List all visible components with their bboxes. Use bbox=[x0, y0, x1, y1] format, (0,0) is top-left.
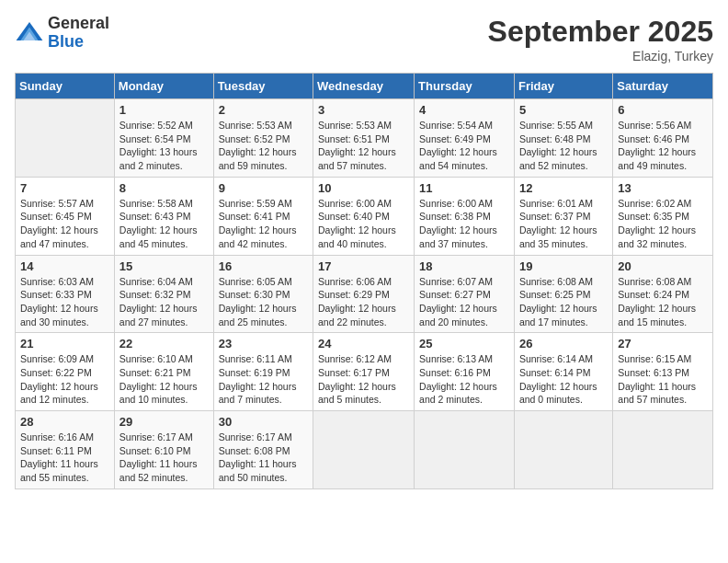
calendar-cell bbox=[313, 411, 415, 489]
logo-blue-text: Blue bbox=[48, 33, 109, 52]
logo-text: General Blue bbox=[48, 15, 109, 52]
day-number: 24 bbox=[318, 337, 409, 350]
calendar-cell: 20Sunrise: 6:08 AMSunset: 6:24 PMDayligh… bbox=[613, 255, 713, 333]
calendar-cell: 27Sunrise: 6:15 AMSunset: 6:13 PMDayligh… bbox=[613, 333, 713, 411]
day-info: Sunrise: 5:55 AMSunset: 6:48 PMDaylight:… bbox=[519, 119, 608, 173]
calendar-cell: 30Sunrise: 6:17 AMSunset: 6:08 PMDayligh… bbox=[213, 411, 313, 489]
day-info: Sunrise: 6:12 AMSunset: 6:17 PMDaylight:… bbox=[318, 352, 409, 407]
calendar-cell: 23Sunrise: 6:11 AMSunset: 6:19 PMDayligh… bbox=[213, 333, 313, 411]
calendar-cell: 3Sunrise: 5:53 AMSunset: 6:51 PMDaylight… bbox=[313, 99, 415, 178]
day-number: 6 bbox=[618, 103, 708, 117]
logo-icon bbox=[15, 18, 44, 48]
day-info: Sunrise: 6:09 AMSunset: 6:22 PMDaylight:… bbox=[20, 352, 109, 407]
header-row: SundayMondayTuesdayWednesdayThursdayFrid… bbox=[16, 74, 713, 99]
calendar-cell: 18Sunrise: 6:07 AMSunset: 6:27 PMDayligh… bbox=[415, 255, 515, 333]
calendar-week-4: 21Sunrise: 6:09 AMSunset: 6:22 PMDayligh… bbox=[16, 333, 713, 411]
calendar-cell: 8Sunrise: 5:58 AMSunset: 6:43 PMDaylight… bbox=[114, 177, 213, 255]
header-day-saturday: Saturday bbox=[613, 74, 713, 99]
day-number: 15 bbox=[119, 259, 209, 273]
day-number: 7 bbox=[20, 181, 109, 195]
calendar-cell: 21Sunrise: 6:09 AMSunset: 6:22 PMDayligh… bbox=[16, 333, 115, 411]
day-info: Sunrise: 5:54 AMSunset: 6:49 PMDaylight:… bbox=[419, 119, 509, 173]
calendar-cell bbox=[415, 411, 515, 489]
day-number: 5 bbox=[519, 103, 608, 117]
day-number: 30 bbox=[219, 415, 308, 429]
day-number: 4 bbox=[419, 103, 509, 117]
header-day-monday: Monday bbox=[114, 74, 213, 99]
day-number: 8 bbox=[119, 181, 209, 195]
calendar-cell: 5Sunrise: 5:55 AMSunset: 6:48 PMDaylight… bbox=[514, 99, 612, 178]
header-day-tuesday: Tuesday bbox=[213, 74, 313, 99]
day-info: Sunrise: 6:17 AMSunset: 6:08 PMDaylight:… bbox=[219, 431, 308, 485]
day-number: 23 bbox=[219, 337, 308, 350]
day-number: 16 bbox=[219, 259, 308, 273]
day-number: 29 bbox=[119, 415, 209, 429]
calendar-cell: 4Sunrise: 5:54 AMSunset: 6:49 PMDaylight… bbox=[415, 99, 515, 178]
header-day-thursday: Thursday bbox=[415, 74, 515, 99]
calendar-cell: 15Sunrise: 6:04 AMSunset: 6:32 PMDayligh… bbox=[114, 255, 213, 333]
day-info: Sunrise: 5:53 AMSunset: 6:52 PMDaylight:… bbox=[219, 119, 308, 173]
header-day-sunday: Sunday bbox=[16, 74, 115, 99]
day-number: 2 bbox=[219, 103, 308, 117]
day-info: Sunrise: 6:04 AMSunset: 6:32 PMDaylight:… bbox=[119, 275, 209, 329]
calendar-week-3: 14Sunrise: 6:03 AMSunset: 6:33 PMDayligh… bbox=[16, 255, 713, 333]
day-number: 1 bbox=[119, 103, 209, 117]
calendar-week-2: 7Sunrise: 5:57 AMSunset: 6:45 PMDaylight… bbox=[16, 177, 713, 255]
day-info: Sunrise: 6:00 AMSunset: 6:38 PMDaylight:… bbox=[419, 197, 509, 251]
day-info: Sunrise: 6:08 AMSunset: 6:25 PMDaylight:… bbox=[519, 275, 608, 329]
day-number: 12 bbox=[519, 181, 608, 195]
calendar-cell: 24Sunrise: 6:12 AMSunset: 6:17 PMDayligh… bbox=[313, 333, 415, 411]
calendar-cell: 11Sunrise: 6:00 AMSunset: 6:38 PMDayligh… bbox=[415, 177, 515, 255]
calendar-header: SundayMondayTuesdayWednesdayThursdayFrid… bbox=[16, 74, 713, 99]
calendar-cell: 26Sunrise: 6:14 AMSunset: 6:14 PMDayligh… bbox=[514, 333, 612, 411]
day-number: 9 bbox=[219, 181, 308, 195]
calendar-cell: 2Sunrise: 5:53 AMSunset: 6:52 PMDaylight… bbox=[213, 99, 313, 178]
day-number: 18 bbox=[419, 259, 509, 273]
calendar-cell: 9Sunrise: 5:59 AMSunset: 6:41 PMDaylight… bbox=[213, 177, 313, 255]
calendar-week-5: 28Sunrise: 6:16 AMSunset: 6:11 PMDayligh… bbox=[16, 411, 713, 489]
calendar-cell: 19Sunrise: 6:08 AMSunset: 6:25 PMDayligh… bbox=[514, 255, 612, 333]
day-info: Sunrise: 6:14 AMSunset: 6:14 PMDaylight:… bbox=[519, 352, 608, 407]
day-info: Sunrise: 6:06 AMSunset: 6:29 PMDaylight:… bbox=[318, 275, 409, 329]
calendar-week-1: 1Sunrise: 5:52 AMSunset: 6:54 PMDaylight… bbox=[16, 99, 713, 178]
day-number: 28 bbox=[20, 415, 109, 429]
day-info: Sunrise: 6:08 AMSunset: 6:24 PMDaylight:… bbox=[618, 275, 708, 329]
day-number: 21 bbox=[20, 337, 109, 350]
day-info: Sunrise: 5:58 AMSunset: 6:43 PMDaylight:… bbox=[119, 197, 209, 251]
day-info: Sunrise: 6:07 AMSunset: 6:27 PMDaylight:… bbox=[419, 275, 509, 329]
day-number: 27 bbox=[618, 337, 708, 350]
calendar-cell: 6Sunrise: 5:56 AMSunset: 6:46 PMDaylight… bbox=[613, 99, 713, 178]
day-number: 13 bbox=[618, 181, 708, 195]
day-number: 11 bbox=[419, 181, 509, 195]
day-number: 26 bbox=[519, 337, 608, 350]
day-info: Sunrise: 6:05 AMSunset: 6:30 PMDaylight:… bbox=[219, 275, 308, 329]
day-info: Sunrise: 6:11 AMSunset: 6:19 PMDaylight:… bbox=[219, 352, 308, 407]
calendar-cell: 10Sunrise: 6:00 AMSunset: 6:40 PMDayligh… bbox=[313, 177, 415, 255]
day-info: Sunrise: 6:01 AMSunset: 6:37 PMDaylight:… bbox=[519, 197, 608, 251]
day-info: Sunrise: 5:59 AMSunset: 6:41 PMDaylight:… bbox=[219, 197, 308, 251]
day-info: Sunrise: 5:56 AMSunset: 6:46 PMDaylight:… bbox=[618, 119, 708, 173]
day-info: Sunrise: 6:10 AMSunset: 6:21 PMDaylight:… bbox=[119, 352, 209, 407]
logo-general-text: General bbox=[48, 15, 109, 33]
day-info: Sunrise: 5:53 AMSunset: 6:51 PMDaylight:… bbox=[318, 119, 409, 173]
calendar-cell: 28Sunrise: 6:16 AMSunset: 6:11 PMDayligh… bbox=[16, 411, 115, 489]
day-number: 14 bbox=[20, 259, 109, 273]
calendar-cell: 16Sunrise: 6:05 AMSunset: 6:30 PMDayligh… bbox=[213, 255, 313, 333]
location-subtitle: Elazig, Turkey bbox=[488, 49, 713, 63]
day-info: Sunrise: 6:02 AMSunset: 6:35 PMDaylight:… bbox=[618, 197, 708, 251]
day-info: Sunrise: 6:00 AMSunset: 6:40 PMDaylight:… bbox=[318, 197, 409, 251]
calendar-cell: 22Sunrise: 6:10 AMSunset: 6:21 PMDayligh… bbox=[114, 333, 213, 411]
day-info: Sunrise: 5:57 AMSunset: 6:45 PMDaylight:… bbox=[20, 197, 109, 251]
month-title: September 2025 bbox=[488, 15, 713, 49]
day-number: 19 bbox=[519, 259, 608, 273]
calendar-cell: 17Sunrise: 6:06 AMSunset: 6:29 PMDayligh… bbox=[313, 255, 415, 333]
calendar-cell: 14Sunrise: 6:03 AMSunset: 6:33 PMDayligh… bbox=[16, 255, 115, 333]
day-info: Sunrise: 5:52 AMSunset: 6:54 PMDaylight:… bbox=[119, 119, 209, 173]
title-block: September 2025 Elazig, Turkey bbox=[488, 15, 713, 63]
calendar-cell bbox=[514, 411, 612, 489]
day-number: 17 bbox=[318, 259, 409, 273]
day-info: Sunrise: 6:16 AMSunset: 6:11 PMDaylight:… bbox=[20, 431, 109, 485]
calendar-cell bbox=[16, 99, 115, 178]
calendar-body: 1Sunrise: 5:52 AMSunset: 6:54 PMDaylight… bbox=[16, 99, 713, 489]
calendar-cell: 12Sunrise: 6:01 AMSunset: 6:37 PMDayligh… bbox=[514, 177, 612, 255]
